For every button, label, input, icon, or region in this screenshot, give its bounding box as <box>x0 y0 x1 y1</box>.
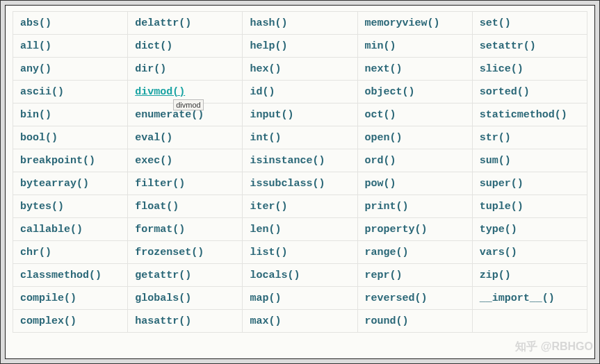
table-cell: iter() <box>243 195 357 218</box>
table-cell: bytes() <box>13 195 128 218</box>
function-link[interactable]: frozenset() <box>135 247 204 258</box>
function-link[interactable]: locals() <box>250 270 300 281</box>
table-cell: dir() <box>128 58 243 81</box>
function-link[interactable]: exec() <box>135 155 172 167</box>
table-row: chr()frozenset()list()range()vars() <box>13 241 587 264</box>
table-cell: open() <box>357 126 472 149</box>
function-link[interactable]: bool() <box>20 132 58 144</box>
function-link[interactable]: max() <box>250 315 281 327</box>
function-link[interactable]: delattr() <box>135 17 191 29</box>
function-link[interactable]: round() <box>365 315 409 327</box>
function-link[interactable]: hex() <box>250 63 281 75</box>
table-cell: hasattr() <box>128 310 243 333</box>
function-link[interactable]: issubclass() <box>250 178 325 190</box>
function-link[interactable]: repr() <box>365 270 403 281</box>
table-cell: staticmethod() <box>472 104 587 126</box>
function-link[interactable]: pow() <box>365 178 396 190</box>
function-link[interactable]: len() <box>250 224 281 235</box>
function-link[interactable]: range() <box>365 247 409 258</box>
function-link[interactable]: sum() <box>480 155 511 167</box>
outer-frame: abs()delattr()hash()memoryview()set()all… <box>0 0 600 364</box>
function-link[interactable]: abs() <box>20 17 51 29</box>
function-link[interactable]: str() <box>480 132 511 144</box>
function-link[interactable]: enumerate() <box>135 109 204 121</box>
function-link[interactable]: property() <box>365 224 428 235</box>
function-link[interactable]: list() <box>250 247 287 258</box>
table-cell: int() <box>243 126 357 149</box>
function-link[interactable]: next() <box>365 63 403 75</box>
table-row: bytearray()filter()issubclass()pow()supe… <box>13 172 587 195</box>
function-link[interactable]: reversed() <box>365 292 428 304</box>
function-link[interactable]: bytes() <box>20 201 64 213</box>
function-link[interactable]: breakpoint() <box>20 155 95 167</box>
function-link[interactable]: filter() <box>135 178 185 190</box>
table-cell: super() <box>472 172 587 195</box>
table-cell: hex() <box>243 58 357 81</box>
function-link[interactable]: divmod() <box>135 86 185 98</box>
function-link[interactable]: __import__() <box>480 292 555 304</box>
function-link[interactable]: all() <box>20 40 51 52</box>
function-link[interactable]: oct() <box>365 109 396 121</box>
function-link[interactable]: int() <box>250 132 281 144</box>
table-cell: float() <box>128 195 243 218</box>
function-link[interactable]: vars() <box>480 247 517 258</box>
function-link[interactable]: bytearray() <box>20 178 89 190</box>
function-link[interactable]: bin() <box>20 109 51 121</box>
function-link[interactable]: classmethod() <box>20 270 102 281</box>
table-cell: locals() <box>243 264 357 287</box>
function-link[interactable]: help() <box>250 40 287 52</box>
table-cell: callable() <box>13 218 128 241</box>
function-link[interactable]: staticmethod() <box>480 109 567 121</box>
function-link[interactable]: isinstance() <box>250 155 325 167</box>
function-link[interactable]: ord() <box>365 155 396 167</box>
function-link[interactable]: id() <box>250 86 275 98</box>
function-link[interactable]: memoryview() <box>365 17 440 29</box>
inner-frame: abs()delattr()hash()memoryview()set()all… <box>5 5 595 359</box>
table-cell: getattr() <box>128 264 243 287</box>
function-link[interactable]: type() <box>480 224 517 235</box>
function-link[interactable]: map() <box>250 292 281 304</box>
table-row: ascii()divmod()id()object()sorted() <box>13 81 587 104</box>
table-cell: bytearray() <box>13 172 128 195</box>
function-link[interactable]: dir() <box>135 63 166 75</box>
function-link[interactable]: compile() <box>20 292 76 304</box>
function-link[interactable]: input() <box>250 109 293 121</box>
function-link[interactable]: complex() <box>20 315 76 327</box>
table-cell: divmod() <box>128 81 243 104</box>
function-link[interactable]: globals() <box>135 292 191 304</box>
function-link[interactable]: any() <box>20 63 51 75</box>
table-cell: filter() <box>128 172 243 195</box>
function-link[interactable]: print() <box>365 201 409 213</box>
function-link[interactable]: min() <box>365 40 396 52</box>
function-link[interactable]: hash() <box>250 17 287 29</box>
function-link[interactable]: chr() <box>20 247 51 258</box>
function-link[interactable]: object() <box>365 86 415 98</box>
function-link[interactable]: open() <box>365 132 403 144</box>
function-link[interactable]: set() <box>480 17 511 29</box>
function-link[interactable]: slice() <box>480 63 524 75</box>
table-cell: classmethod() <box>13 264 128 287</box>
function-link[interactable]: super() <box>480 178 524 190</box>
function-link[interactable]: float() <box>135 201 179 213</box>
function-link[interactable]: sorted() <box>480 86 530 98</box>
function-link[interactable]: setattr() <box>480 40 536 52</box>
function-link[interactable]: format() <box>135 224 185 235</box>
function-link[interactable]: eval() <box>135 132 172 144</box>
function-link[interactable]: iter() <box>250 201 287 213</box>
table-cell: range() <box>357 241 472 264</box>
function-link[interactable]: getattr() <box>135 270 191 281</box>
function-link[interactable]: hasattr() <box>135 315 191 327</box>
table-cell: help() <box>243 35 357 58</box>
function-link[interactable]: callable() <box>20 224 83 235</box>
function-link[interactable]: tuple() <box>480 201 524 213</box>
function-link[interactable]: zip() <box>480 270 511 281</box>
table-cell: reversed() <box>357 287 472 310</box>
table-cell: chr() <box>13 241 128 264</box>
table-cell: abs() <box>13 12 128 35</box>
table-row: all()dict()help()min()setattr() <box>13 35 587 58</box>
table-cell: format() <box>128 218 243 241</box>
table-cell: setattr() <box>472 35 587 58</box>
table-cell: sorted() <box>472 81 587 104</box>
function-link[interactable]: ascii() <box>20 86 64 98</box>
function-link[interactable]: dict() <box>135 40 172 52</box>
